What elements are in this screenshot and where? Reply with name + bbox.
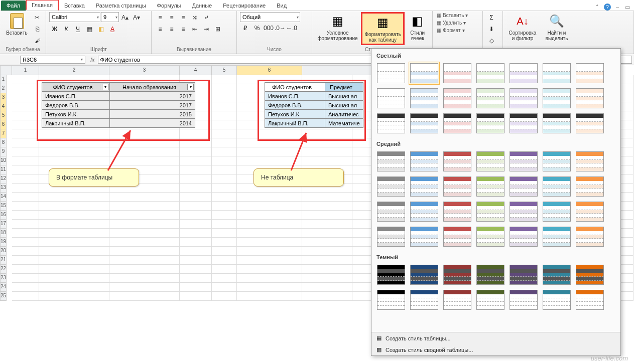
table-style-swatch[interactable] — [574, 175, 605, 198]
table-style-swatch[interactable] — [409, 225, 440, 248]
align-left-button[interactable]: ≡ — [155, 24, 166, 35]
column-header[interactable]: 3 — [109, 65, 180, 75]
table-style-swatch[interactable] — [409, 150, 440, 173]
table-cell[interactable]: Федоров В.В. — [265, 101, 325, 110]
align-center-button[interactable]: ≡ — [166, 24, 177, 35]
tab-review[interactable]: Рецензирование — [217, 1, 271, 11]
bold-button[interactable]: Ж — [49, 24, 60, 35]
table-cell[interactable]: Федоров В.В. — [42, 101, 110, 110]
table-style-swatch[interactable] — [475, 150, 506, 173]
table-cell[interactable]: Лакричный В.П. — [265, 119, 325, 128]
table-style-swatch[interactable] — [475, 87, 506, 110]
table-style-swatch[interactable] — [375, 62, 407, 85]
row-header[interactable]: 22 — [0, 265, 7, 274]
table-header[interactable]: ФИО студентов▾ — [42, 83, 110, 92]
table-cell[interactable]: Иванов С.П. — [42, 92, 110, 101]
name-box[interactable]: R3C6 — [20, 56, 85, 64]
table-style-swatch[interactable] — [442, 150, 473, 173]
number-format-combo[interactable]: Общий — [240, 12, 300, 22]
currency-button[interactable]: ₽ — [240, 23, 251, 34]
table-style-swatch[interactable] — [409, 62, 440, 85]
table-style-swatch[interactable] — [541, 263, 572, 286]
table-style-swatch[interactable] — [442, 87, 473, 110]
align-middle-button[interactable]: ≡ — [166, 12, 177, 23]
align-right-button[interactable]: ≡ — [178, 24, 189, 35]
table-style-swatch[interactable] — [475, 263, 506, 286]
table-cell[interactable]: 2017 — [110, 92, 195, 101]
row-header[interactable]: 4 — [0, 102, 7, 111]
format-painter-button[interactable] — [32, 35, 43, 46]
decrease-indent-button[interactable]: ⇤ — [189, 24, 200, 35]
font-size-combo[interactable]: 9 — [101, 12, 119, 22]
row-header[interactable]: 15 — [0, 202, 7, 211]
row-header[interactable]: 18 — [0, 229, 7, 238]
align-top-button[interactable]: ≡ — [155, 12, 166, 23]
row-header[interactable]: 20 — [0, 247, 7, 256]
table-style-swatch[interactable] — [541, 62, 572, 85]
table-style-swatch[interactable] — [442, 225, 473, 248]
conditional-formatting-button[interactable]: ▦ Условное форматирование — [315, 12, 360, 42]
table-style-swatch[interactable] — [375, 263, 407, 286]
row-header[interactable]: 12 — [0, 174, 7, 184]
row-header[interactable]: 19 — [0, 238, 7, 247]
sort-filter-button[interactable]: A↓ Сортировка и фильтр — [506, 12, 539, 42]
orientation-button[interactable]: ⤭ — [189, 12, 200, 23]
table-style-swatch[interactable] — [574, 112, 605, 135]
table-cell[interactable]: Аналитичес — [325, 110, 363, 119]
table-cell[interactable]: Математиче — [325, 119, 363, 128]
row-header[interactable]: 24 — [0, 283, 7, 292]
align-bottom-button[interactable]: ≡ — [178, 12, 189, 23]
insert-cells-button[interactable]: ▦ Вставить ▾ — [436, 12, 469, 19]
column-header[interactable]: 6 — [237, 65, 302, 75]
table-style-swatch[interactable] — [508, 175, 539, 198]
table-style-swatch[interactable] — [475, 62, 506, 85]
fill-button[interactable]: ⬇ — [486, 24, 497, 35]
row-header[interactable]: 10 — [0, 156, 7, 165]
font-name-combo[interactable]: Calibri — [49, 12, 100, 22]
cut-button[interactable] — [32, 12, 43, 23]
column-header[interactable]: 1 — [12, 65, 39, 75]
table-cell[interactable]: Петухов И.К. — [42, 110, 110, 119]
format-cells-button[interactable]: ▦ Формат ▾ — [436, 27, 466, 34]
clear-button[interactable]: ◇ — [486, 35, 497, 46]
row-header[interactable]: 16 — [0, 211, 7, 220]
table-style-swatch[interactable] — [375, 288, 407, 311]
row-header[interactable]: 7 — [0, 129, 7, 138]
increase-decimal-button[interactable]: .0→ — [275, 23, 286, 34]
table-style-swatch[interactable] — [475, 288, 506, 311]
table-style-swatch[interactable] — [442, 288, 473, 311]
table-cell[interactable]: 2015 — [110, 110, 195, 119]
tab-data[interactable]: Данные — [186, 1, 217, 11]
table-style-swatch[interactable] — [475, 175, 506, 198]
table-style-swatch[interactable] — [541, 150, 572, 173]
table-style-swatch[interactable] — [508, 200, 539, 223]
row-header[interactable]: 21 — [0, 256, 7, 265]
table-style-swatch[interactable] — [508, 112, 539, 135]
row-header[interactable]: 11 — [0, 165, 7, 174]
table-style-swatch[interactable] — [442, 112, 473, 135]
new-table-style-button[interactable]: ▦Создать стиль таблицы... — [371, 332, 620, 344]
table-style-swatch[interactable] — [409, 263, 440, 286]
table-style-swatch[interactable] — [409, 87, 440, 110]
row-header[interactable]: 23 — [0, 274, 7, 283]
table-style-swatch[interactable] — [442, 200, 473, 223]
table-style-swatch[interactable] — [508, 288, 539, 311]
table-header[interactable]: Предмет — [325, 83, 363, 92]
tab-view[interactable]: Вид — [271, 1, 292, 11]
filter-dropdown-icon[interactable]: ▾ — [102, 84, 108, 90]
table-cell[interactable]: 2017 — [110, 101, 195, 110]
table-style-swatch[interactable] — [475, 112, 506, 135]
table-style-swatch[interactable] — [375, 150, 407, 173]
table-style-swatch[interactable] — [375, 87, 407, 110]
table-style-swatch[interactable] — [442, 62, 473, 85]
wrap-text-button[interactable]: ⤶ — [201, 12, 212, 23]
shrink-font-button[interactable]: A▾ — [131, 12, 142, 23]
table-header[interactable]: Начало образования▾ — [110, 83, 195, 92]
row-header[interactable]: 6 — [0, 120, 7, 129]
minimize-icon[interactable]: – — [614, 4, 621, 11]
table-style-swatch[interactable] — [375, 225, 407, 248]
table-style-swatch[interactable] — [541, 225, 572, 248]
filter-dropdown-icon[interactable]: ▾ — [187, 84, 194, 90]
table-style-swatch[interactable] — [541, 175, 572, 198]
font-color-button[interactable]: A — [107, 24, 118, 35]
